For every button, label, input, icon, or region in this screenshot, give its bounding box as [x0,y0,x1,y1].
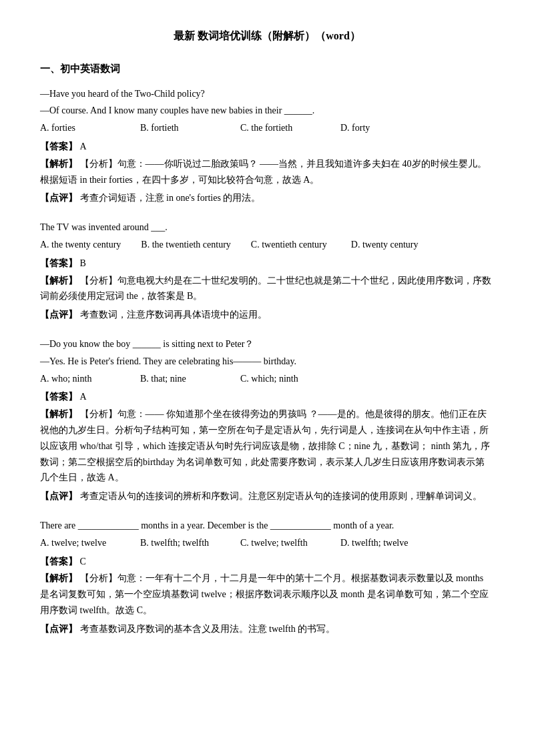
question-4: There are _____________ months in a year… [40,518,494,637]
q3-option-c: C. which; ninth [240,371,320,387]
q4-option-b: B. twelfth; twelfth [140,535,220,551]
q1-option-d: D. forty [340,120,421,136]
section-title: 一、初中英语数词 [40,61,494,78]
q1-stem1: —Have you heard of the Two-Child policy? [40,86,494,102]
q4-option-a: A. twelve; twelve [40,535,120,551]
q2-options: A. the twenty century B. the twentieth c… [40,237,494,253]
q3-options: A. who; ninth B. that; nine C. which; ni… [40,371,494,387]
q4-options: A. twelve; twelve B. twelfth; twelfth C.… [40,535,494,551]
q2-option-b: B. the twentieth century [141,237,231,253]
q3-analysis: 【解析】 【分析】句意：—— 你知道那个坐在彼得旁边的男孩吗 ？——是的。他是彼… [40,406,494,486]
q1-answer: 【答案】 A [40,139,494,155]
q2-option-d: D. twenty century [351,237,431,253]
page-title: 最新 数词培优训练（附解析）（word） [40,27,494,45]
q4-option-c: C. twelve; twelfth [240,535,320,551]
q1-option-c: C. the fortieth [240,120,320,136]
q4-analysis: 【解析】 【分析】句意：一年有十二个月，十二月是一年中的第十二个月。根据基数词表… [40,571,494,618]
q3-stem1: —Do you know the boy ______ is sitting n… [40,336,494,352]
q3-answer: 【答案】 A [40,389,494,405]
q4-stem1: There are _____________ months in a year… [40,518,494,534]
q3-stem2: —Yes. He is Peter's friend. They are cel… [40,354,494,370]
q3-option-a: A. who; ninth [40,371,120,387]
q1-option-b: B. fortieth [140,120,220,136]
q3-option-b: B. that; nine [140,371,220,387]
q2-comment: 【点评】 考查数词，注意序数词再具体语境中的运用。 [40,307,494,323]
q2-answer: 【答案】 B [40,256,494,272]
q4-answer: 【答案】 C [40,554,494,570]
question-1: —Have you heard of the Two-Child policy?… [40,86,494,207]
q1-analysis: 【解析】 【分析】句意：——你听说过二胎政策吗？ ——当然，并且我知道许多夫妇在… [40,156,494,188]
q1-option-a: A. forties [40,120,120,136]
q2-option-c: C. twentieth century [251,237,331,253]
q4-option-d: D. twelfth; twelve [340,535,421,551]
q1-stem2: —Of course. And I know many couples have… [40,103,494,119]
q3-comment: 【点评】 考查定语从句的连接词的辨析和序数词。注意区别定语从句的连接词的使用原则… [40,488,494,504]
q2-analysis: 【解析】 【分析】句意电视大约是在二十世纪发明的。二十世纪也就是第二十个世纪，因… [40,273,494,305]
q2-stem1: The TV was invented around ___. [40,220,494,236]
q1-comment: 【点评】 考查介词短语，注意 in one's forties 的用法。 [40,190,494,206]
question-2: The TV was invented around ___. A. the t… [40,220,494,323]
question-3: —Do you know the boy ______ is sitting n… [40,336,494,504]
q1-options: A. forties B. fortieth C. the fortieth D… [40,120,494,136]
q2-option-a: A. the twenty century [40,237,121,253]
q4-comment: 【点评】 考查基数词及序数词的基本含义及用法。注意 twelfth 的书写。 [40,621,494,637]
